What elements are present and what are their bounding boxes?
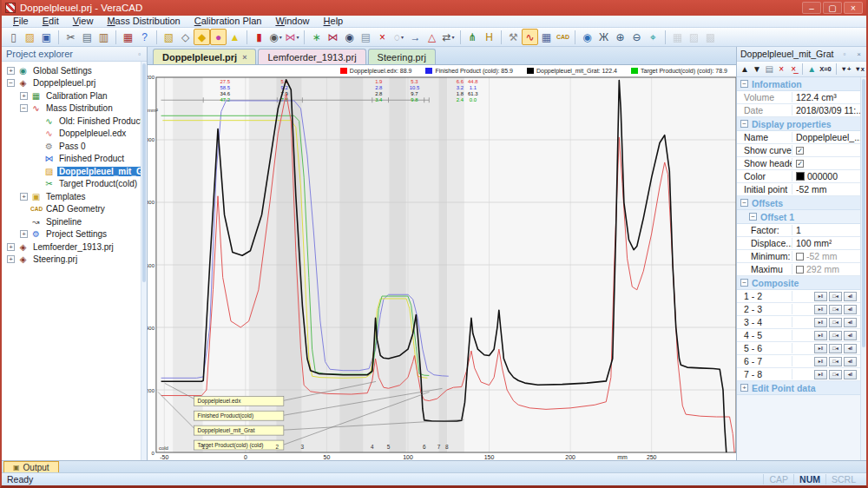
delete-curve-icon[interactable]: × (775, 63, 787, 76)
cut-icon[interactable]: ✂ (62, 29, 79, 45)
delete-icon[interactable]: × (374, 29, 391, 45)
property-value[interactable]: -52 mm (792, 184, 827, 195)
tree-expander[interactable]: + (7, 255, 15, 263)
paste-icon[interactable]: ▥ (95, 29, 112, 45)
tree-expander[interactable]: + (7, 67, 15, 75)
collapse-icon[interactable]: − (749, 213, 757, 221)
property-value[interactable]: ✓ (792, 147, 804, 155)
tree-expander[interactable]: + (20, 230, 28, 238)
print-icon[interactable]: ▦ (120, 29, 136, 45)
tree-item-lemfoerder-1913-prj[interactable]: +◈Lemfoerder_1913.prj (2, 241, 141, 254)
pin-icon[interactable]: ▫ (136, 50, 142, 58)
checkbox-checked[interactable]: ✓ (796, 147, 804, 155)
collapse-icon[interactable]: − (740, 80, 748, 88)
copy-view-icon[interactable]: ▤ (358, 29, 374, 45)
x-zero-icon[interactable]: X=0 (818, 63, 833, 76)
tab-doppelpleuel-prj[interactable]: Doppelpleuel.prj× (153, 49, 256, 64)
transition-right-icon[interactable]: ◂‖ (844, 305, 857, 314)
transition-right-icon[interactable]: ◂‖ (844, 370, 857, 379)
menu-edit[interactable]: Edit (36, 16, 65, 27)
mass-distribution-icon[interactable]: ∿ (522, 29, 538, 45)
transition-mid-icon[interactable]: □◂ (829, 331, 842, 340)
scrollbar-thumb[interactable] (862, 79, 865, 347)
punch-view-icon[interactable]: ⋈▾ (284, 29, 300, 45)
tree-item-templates[interactable]: +▣Templates (2, 190, 141, 203)
transition-mid-icon[interactable]: □◂ (829, 370, 842, 379)
transition-right-icon[interactable]: ◂‖ (844, 318, 857, 327)
table-report-icon[interactable]: ▦ (538, 29, 555, 45)
thermometer-icon[interactable]: ▮ (251, 29, 267, 45)
properties-scrollbar[interactable] (860, 77, 866, 460)
menu-help[interactable]: Help (318, 16, 350, 27)
scrollbar-thumb[interactable] (142, 63, 146, 282)
tree-item-finished-product[interactable]: ⋈Finished Product (2, 153, 141, 166)
tree-expander[interactable]: + (20, 92, 28, 100)
menu-view[interactable]: View (67, 16, 100, 27)
minimize-button[interactable]: – (802, 2, 821, 14)
expand-icon[interactable]: + (740, 384, 748, 392)
tree-item-global-settings[interactable]: +◉Global Settings (2, 64, 141, 77)
section-information[interactable]: −Information (737, 77, 860, 91)
property-value[interactable]: ✓-52 mm (792, 251, 838, 261)
zoom-fit-icon[interactable]: ⌖ (645, 29, 661, 45)
transition-left-icon[interactable]: ▸‖ (814, 318, 827, 327)
view-pin-icon[interactable]: ◉▾ (267, 29, 284, 45)
clamp-icon[interactable]: H (481, 29, 497, 45)
person-block-icon[interactable]: △ (424, 29, 440, 45)
color-swatch[interactable] (796, 172, 805, 181)
section-composite[interactable]: −Composite (737, 276, 860, 290)
menu-calibration-plan[interactable]: Calibration Plan (188, 16, 268, 27)
tree-item-doppelpleuel-prj[interactable]: −◈Doppelpleuel.prj (2, 77, 141, 90)
property-value[interactable]: 100 mm² (792, 238, 832, 248)
bowtie-icon[interactable]: ⋈ (325, 29, 341, 45)
tab-steering-prj[interactable]: Steering.prj (368, 49, 436, 64)
transition-right-icon[interactable]: ◂‖ (844, 331, 857, 340)
help-icon[interactable]: ? (136, 29, 153, 45)
transition-right-icon[interactable]: ◂‖ (844, 292, 857, 301)
eye-icon[interactable]: ◉ (341, 29, 358, 45)
section-display-properties[interactable]: −Display properties (737, 117, 860, 131)
maximize-button[interactable]: ▢ (823, 2, 842, 14)
swap-arrows-icon[interactable]: ⇄▾ (440, 29, 457, 45)
tree-expander[interactable]: + (7, 243, 15, 251)
open-folder-icon[interactable]: ▨ (22, 29, 38, 45)
transition-mid-icon[interactable]: □◂ (829, 344, 842, 353)
property-value[interactable]: 000000 (792, 171, 838, 181)
tree-item-cad-geometry[interactable]: CADCAD Geometry (2, 203, 141, 216)
property-value[interactable]: 2018/03/09 11:... (792, 105, 860, 115)
transition-left-icon[interactable]: ▸‖ (814, 292, 827, 301)
copy-icon[interactable]: ▤ (79, 29, 95, 45)
solid-box-icon[interactable]: ◆ (194, 29, 210, 45)
tree-item-spineline[interactable]: ↝Spineline (2, 215, 141, 228)
zoom-out-icon[interactable]: ⊖ (628, 29, 645, 45)
tree-item-doppelpleuel-edx[interactable]: ∿Doppelpleuel.edx (2, 128, 141, 141)
tree-expander[interactable]: − (7, 79, 15, 87)
transition-mid-icon[interactable]: □◂ (829, 292, 842, 301)
save-icon[interactable]: ▣ (38, 29, 55, 45)
transition-left-icon[interactable]: ▸‖ (814, 305, 827, 314)
zoom-in-icon[interactable]: ⊕ (612, 29, 628, 45)
delete-all-icon[interactable]: ×̲ (787, 63, 799, 76)
new-icon[interactable]: ▯ (5, 29, 22, 45)
collapse-icon[interactable]: − (740, 279, 748, 287)
export-icon[interactable]: → (407, 29, 424, 45)
tab-close-icon[interactable]: × (242, 53, 247, 62)
chart-plot-area[interactable]: 27.558.534.647.25.69.27.97.81.92.82.83.4… (148, 76, 736, 460)
copy-curve-icon[interactable]: ▤ (763, 63, 775, 76)
tree-item-steering-prj[interactable]: +◈Steering.prj (2, 254, 141, 267)
checkbox-unchecked[interactable]: ✓ (796, 253, 804, 260)
explorer-scrollbar[interactable] (141, 62, 147, 460)
checkbox-unchecked[interactable]: ✓ (796, 266, 804, 274)
mesh-triangle-icon[interactable]: ▲ (227, 29, 243, 45)
tree-expander[interactable]: + (20, 193, 28, 201)
section-edit-point-data[interactable]: +Edit Point data (737, 381, 860, 395)
search-render-icon[interactable]: ▧ (161, 29, 177, 45)
transition-mid-icon[interactable]: □◂ (829, 305, 842, 314)
tab-lemfoerder-1913-prj[interactable]: Lemfoerder_1913.prj (258, 49, 365, 64)
transition-left-icon[interactable]: ▸‖ (814, 370, 827, 379)
axis-tripod-icon[interactable]: Ж (595, 29, 612, 45)
transition-left-icon[interactable]: ▸‖ (814, 331, 827, 340)
property-value[interactable]: Doppelpleuel_... (792, 132, 860, 142)
tree-item-mass-distribution[interactable]: −∿Mass Distribution (2, 102, 141, 115)
tree-item-target-product-cold-[interactable]: ✂Target Product(cold) (2, 178, 141, 191)
